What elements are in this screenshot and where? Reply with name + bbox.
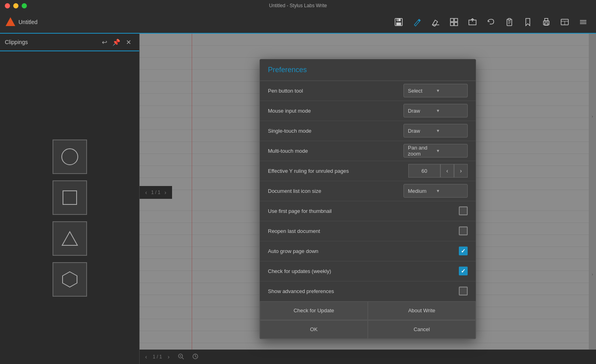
- grid-button[interactable]: [446, 14, 462, 30]
- bookmark-button[interactable]: [520, 14, 536, 30]
- pref-dropdown-doc-list-icon-size[interactable]: Medium ▾: [403, 184, 468, 198]
- svg-rect-3: [396, 22, 401, 25]
- clipboard-button[interactable]: [501, 14, 517, 30]
- svg-rect-4: [397, 19, 398, 21]
- stepper-value-effective-y-ruling: 60: [408, 164, 440, 178]
- sidebar-shapes: [0, 131, 139, 305]
- layout-button[interactable]: [557, 14, 573, 30]
- maximize-button[interactable]: [22, 3, 27, 8]
- pref-row-reopen-last-doc: Reopen last document: [260, 221, 476, 241]
- ok-button[interactable]: OK: [260, 320, 368, 339]
- main-toolbar: Untitled: [0, 11, 596, 34]
- modal-header: Preferences: [260, 59, 476, 81]
- pref-row-advanced-prefs: Show advanced preferences: [260, 281, 476, 301]
- chevron-down-icon-4: ▾: [437, 148, 463, 154]
- sidebar-close-button[interactable]: ✕: [122, 36, 134, 48]
- insert-button[interactable]: [464, 14, 480, 30]
- chevron-down-icon-3: ▾: [437, 128, 463, 133]
- pref-label-effective-y-ruling: Effective Y ruling for unruled pages: [268, 168, 408, 174]
- svg-marker-0: [6, 17, 15, 26]
- svg-rect-6: [450, 18, 454, 22]
- app-logo: [5, 16, 16, 28]
- pref-value-multi-touch-mode: Pan and zoom: [408, 145, 434, 157]
- pref-dropdown-single-touch-mode[interactable]: Draw ▾: [403, 124, 468, 138]
- svg-rect-2: [397, 18, 401, 21]
- svg-marker-30: [62, 232, 77, 245]
- save-button[interactable]: [391, 14, 407, 30]
- svg-rect-7: [454, 18, 458, 22]
- pref-row-first-page-thumbnail: Use first page for thumbnail: [260, 201, 476, 221]
- about-write-button[interactable]: About Write: [368, 301, 476, 320]
- main-content: ‹ 1 / 1 › › › ‹ 1 / 1 ›: [140, 34, 596, 364]
- pref-dropdown-pen-button-tool[interactable]: Select ▾: [403, 84, 468, 97]
- pref-label-pen-button-tool: Pen button tool: [268, 88, 403, 94]
- pref-row-single-touch-mode: Single-touch mode Draw ▾: [260, 121, 476, 141]
- pen-button[interactable]: [409, 14, 425, 30]
- chevron-down-icon: ▾: [437, 88, 463, 93]
- pref-row-pen-button-tool: Pen button tool Select ▾: [260, 81, 476, 101]
- pref-checkbox-auto-grow-page[interactable]: [459, 247, 468, 255]
- shape-hexagon[interactable]: [53, 262, 87, 297]
- chevron-down-icon-2: ▾: [437, 108, 463, 113]
- shape-rectangle[interactable]: [53, 180, 87, 215]
- cancel-button[interactable]: Cancel: [368, 320, 476, 339]
- pref-label-multi-touch-mode: Multi-touch mode: [268, 148, 403, 154]
- svg-rect-8: [450, 22, 454, 26]
- pref-row-doc-list-icon-size: Document list icon size Medium ▾: [260, 181, 476, 201]
- preferences-modal: Preferences Pen button tool Select ▾ Mou…: [259, 59, 476, 339]
- pref-stepper-effective-y-ruling: 60 ‹ ›: [408, 164, 468, 178]
- titlebar: Untitled - Stylus Labs Write: [0, 0, 596, 11]
- modal-footer-bottom: OK Cancel: [260, 320, 476, 339]
- pref-value-pen-button-tool: Select: [408, 88, 434, 94]
- app-body: Clippings ↩ 📌 ✕: [0, 34, 596, 364]
- shape-triangle[interactable]: [53, 221, 87, 256]
- svg-rect-15: [508, 18, 511, 20]
- sidebar-pin-button[interactable]: 📌: [110, 36, 122, 48]
- stepper-next-button[interactable]: ›: [454, 164, 468, 178]
- pref-label-doc-list-icon-size: Document list icon size: [268, 188, 403, 194]
- eraser-button[interactable]: [428, 14, 444, 30]
- modal-footer-top: Check for Update About Write: [260, 301, 476, 320]
- pref-label-single-touch-mode: Single-touch mode: [268, 128, 403, 134]
- stepper-prev-button[interactable]: ‹: [440, 164, 454, 178]
- sidebar-undo-button[interactable]: ↩: [98, 36, 110, 48]
- chevron-down-icon-5: ▾: [437, 188, 463, 194]
- pref-row-mouse-input-mode: Mouse input mode Draw ▾: [260, 101, 476, 121]
- pref-label-reopen-last-doc: Reopen last document: [268, 228, 459, 234]
- pref-row-multi-touch-mode: Multi-touch mode Pan and zoom ▾: [260, 141, 476, 161]
- sidebar-header: Clippings ↩ 📌 ✕: [0, 34, 139, 51]
- shape-circle[interactable]: [53, 140, 87, 174]
- more-button[interactable]: [575, 14, 591, 30]
- pref-checkbox-advanced-prefs[interactable]: [459, 287, 468, 295]
- minimize-button[interactable]: [13, 3, 18, 8]
- undo-button[interactable]: [483, 14, 499, 30]
- pref-dropdown-mouse-input-mode[interactable]: Draw ▾: [403, 104, 468, 117]
- pref-row-check-updates: Check for updates (weekly): [260, 261, 476, 281]
- pref-value-mouse-input-mode: Draw: [408, 108, 434, 114]
- close-button[interactable]: [5, 3, 10, 8]
- preferences-title: Preferences: [268, 66, 307, 74]
- window-title: Untitled - Stylus Labs Write: [269, 3, 327, 8]
- svg-point-28: [62, 149, 78, 165]
- svg-marker-31: [63, 272, 77, 287]
- pref-value-doc-list-icon-size: Medium: [408, 188, 434, 194]
- pref-label-mouse-input-mode: Mouse input mode: [268, 108, 403, 114]
- pref-label-advanced-prefs: Show advanced preferences: [268, 288, 459, 294]
- print-button[interactable]: [538, 14, 554, 30]
- pref-label-auto-grow-page: Auto grow page down: [268, 248, 459, 254]
- sidebar-title: Clippings: [5, 39, 98, 45]
- pref-row-auto-grow-page: Auto grow page down: [260, 241, 476, 261]
- pref-label-first-page-thumbnail: Use first page for thumbnail: [268, 208, 459, 214]
- sidebar: Clippings ↩ 📌 ✕: [0, 34, 140, 364]
- pref-label-check-updates: Check for updates (weekly): [268, 268, 459, 274]
- pref-checkbox-reopen-last-doc[interactable]: [459, 226, 468, 235]
- check-update-button[interactable]: Check for Update: [260, 301, 368, 320]
- pref-checkbox-first-page-thumbnail[interactable]: [459, 206, 468, 215]
- pref-dropdown-multi-touch-mode[interactable]: Pan and zoom ▾: [403, 144, 468, 158]
- svg-rect-29: [63, 191, 77, 204]
- app-title: Untitled: [18, 19, 388, 25]
- titlebar-buttons: [5, 3, 27, 8]
- pref-checkbox-check-updates[interactable]: [459, 267, 468, 275]
- modal-overlay: Preferences Pen button tool Select ▾ Mou…: [140, 34, 596, 364]
- svg-rect-9: [454, 22, 458, 26]
